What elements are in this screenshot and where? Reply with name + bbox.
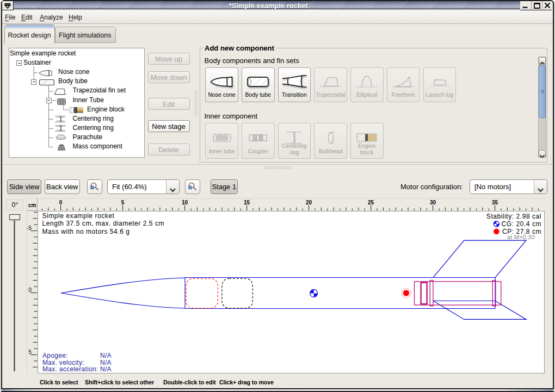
svg-text:35: 35 [492, 200, 498, 206]
svg-text:30: 30 [430, 200, 436, 206]
svg-text:cm: cm [28, 202, 36, 208]
svg-text:0: 0 [59, 200, 63, 206]
svg-text:5: 5 [121, 200, 125, 206]
svg-text:5: 5 [28, 349, 32, 355]
svg-text:20: 20 [306, 200, 312, 206]
svg-text:25: 25 [368, 200, 374, 206]
svg-text:15: 15 [244, 200, 250, 206]
svg-text:0: 0 [28, 287, 32, 293]
svg-text:10: 10 [182, 200, 188, 206]
